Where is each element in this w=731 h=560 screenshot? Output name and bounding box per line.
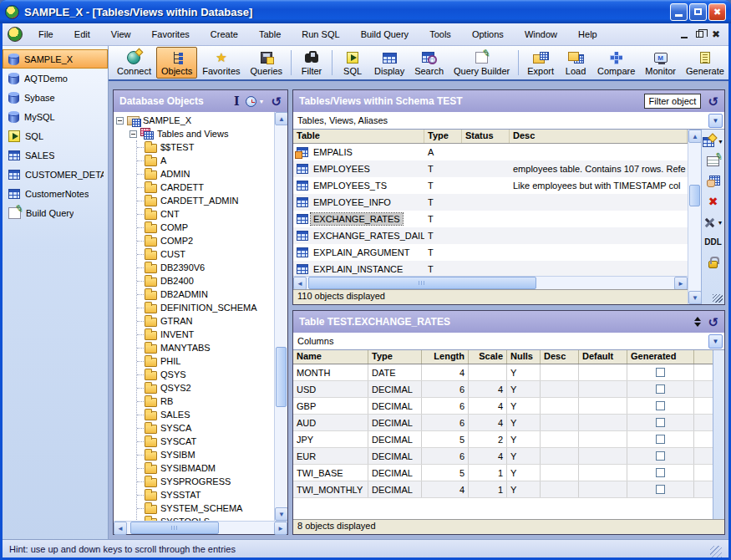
objects-vertical-scrollbar[interactable]: ▲ ▼ xyxy=(688,130,701,304)
tree-schema-folder[interactable]: SYSTEM_SCHEMA xyxy=(137,501,274,515)
scroll-down-icon[interactable]: ▼ xyxy=(275,507,287,521)
menu-item[interactable]: Edit xyxy=(65,27,99,42)
column-row[interactable]: USD DECIMAL 6 4 Y xyxy=(293,381,713,398)
scroll-up-icon[interactable]: ▲ xyxy=(275,112,287,125)
object-action-button[interactable] xyxy=(707,156,719,166)
tree-schema-folder[interactable]: ADMIN xyxy=(137,167,274,181)
tree-schema-folder[interactable]: COMP xyxy=(137,221,274,234)
tree-schema-folder[interactable]: QSYS xyxy=(137,368,274,381)
sidebar-item[interactable]: CUSTOMER_DETAIL xyxy=(3,165,108,184)
object-action-button[interactable]: DDL xyxy=(704,237,722,247)
tree-schema-folder[interactable]: SYSIBM xyxy=(137,448,274,461)
tree-schema-folder[interactable]: SYSIBMADM xyxy=(137,461,274,475)
tree-schema-folder[interactable]: CARDETT_ADMIN xyxy=(137,194,274,207)
tree-schema-folder[interactable]: COMP2 xyxy=(137,234,274,247)
object-type-combo[interactable]: Tables, Views, Aliases ▼ xyxy=(293,112,724,130)
table-row[interactable]: EMPLOYEES_TS T Like employees but with T… xyxy=(293,177,688,194)
table-row[interactable]: EXPLAIN_INSTANCE T xyxy=(293,261,688,276)
tree-schema-folder[interactable]: DB2ADMIN xyxy=(137,288,274,301)
column-header-desc[interactable]: Desc xyxy=(510,130,688,143)
tree-schema-folder[interactable]: CARDETT xyxy=(137,181,274,194)
tree-schema-folder[interactable]: GTRAN xyxy=(137,314,274,328)
sidebar-item[interactable]: Build Query xyxy=(3,203,108,222)
table-row[interactable]: EXCHANGE_RATES_DAILY T xyxy=(293,227,688,244)
object-action-button[interactable]: ▼ xyxy=(703,216,723,228)
window-resize-grip[interactable] xyxy=(710,546,722,557)
column-row[interactable]: TWI_BASE DECIMAL 5 1 Y xyxy=(293,465,713,481)
column-header-default[interactable]: Default xyxy=(579,350,627,364)
tree-schema-folder[interactable]: PHIL xyxy=(137,354,274,368)
tree-schema-folder[interactable]: SYSCA xyxy=(137,421,274,435)
refresh-objects-icon[interactable] xyxy=(708,95,718,108)
scroll-left-icon[interactable]: ◄ xyxy=(114,522,127,535)
menu-item[interactable]: Window xyxy=(515,27,566,42)
tree-horizontal-scrollbar[interactable]: ◄ ► xyxy=(114,521,287,534)
toolbar-button[interactable]: Connect xyxy=(112,47,156,79)
column-row[interactable]: GBP DECIMAL 6 4 Y xyxy=(293,398,713,415)
tree-schema-folder[interactable]: MANYTABS xyxy=(137,341,274,354)
menu-item[interactable]: Help xyxy=(569,27,607,42)
scroll-up-icon[interactable]: ▲ xyxy=(688,130,702,143)
sidebar-item[interactable]: Sybase xyxy=(3,88,108,107)
table-row[interactable]: EMPALIS A xyxy=(293,144,688,160)
column-row[interactable]: TWI_MONTHLY DECIMAL 4 1 Y xyxy=(293,481,713,498)
tree-schema-folder[interactable]: SYSPROGRESS xyxy=(137,475,274,488)
tree-schema-folder[interactable]: CNT xyxy=(137,207,274,221)
mdi-minimize-icon[interactable] xyxy=(681,37,688,38)
tree-group-row[interactable]: Tables and Views xyxy=(129,127,274,140)
toolbar-button[interactable]: Query Builder xyxy=(449,47,515,79)
menu-item[interactable]: Run SQL xyxy=(292,27,348,42)
refresh-tree-icon[interactable] xyxy=(271,95,282,108)
scroll-left-icon[interactable]: ◄ xyxy=(293,277,307,290)
generated-checkbox[interactable] xyxy=(656,368,665,377)
sidebar-item[interactable]: MySQL xyxy=(3,107,108,126)
column-header-scale[interactable]: Scale xyxy=(469,350,507,364)
object-action-button[interactable]: ▼ xyxy=(703,136,723,147)
tree-root-row[interactable]: SAMPLE_X xyxy=(116,114,274,127)
toolbar-button[interactable]: Generate xyxy=(681,47,729,79)
tree-schema-folder[interactable]: INVENT xyxy=(137,328,274,341)
generated-checkbox[interactable] xyxy=(656,485,665,494)
table-row[interactable]: EXCHANGE_RATES T xyxy=(293,211,688,227)
close-button[interactable]: ✖ xyxy=(708,3,726,21)
object-action-button[interactable] xyxy=(707,176,720,186)
toolbar-button[interactable]: Monitor xyxy=(640,47,681,79)
tree-schema-folder[interactable]: DB2400 xyxy=(137,274,274,288)
object-action-button[interactable] xyxy=(707,196,719,207)
column-row[interactable]: EUR DECIMAL 6 4 Y xyxy=(293,448,713,465)
column-header-length[interactable]: Length xyxy=(422,350,469,364)
toolbar-button[interactable]: Search xyxy=(409,47,449,79)
table-row[interactable]: EXPLAIN_ARGUMENT T xyxy=(293,244,688,261)
menu-item[interactable]: Table xyxy=(250,27,290,42)
generated-checkbox[interactable] xyxy=(656,468,665,477)
objects-horizontal-scrollbar[interactable]: ◄ ► xyxy=(293,276,688,289)
mdi-child-icon[interactable] xyxy=(8,27,23,42)
toolbar-button[interactable]: Display xyxy=(369,47,409,79)
sidebar-item[interactable]: CustomerNotes xyxy=(3,184,108,203)
scroll-down-icon[interactable]: ▼ xyxy=(688,291,702,304)
tree-schema-folder[interactable]: SYSTOOLS xyxy=(137,515,274,521)
tree-vertical-scrollbar[interactable]: ▲ ▼ xyxy=(274,112,287,521)
column-row[interactable]: AUD DECIMAL 6 4 Y xyxy=(293,415,713,431)
tree-schema-folder[interactable]: DEFINITION_SCHEMA xyxy=(137,301,274,314)
toolbar-button[interactable]: Favorites xyxy=(197,47,245,79)
toolbar-button[interactable]: Export xyxy=(522,47,559,79)
collapse-panel-icon[interactable]: I xyxy=(234,95,240,107)
toolbar-button[interactable]: Queries xyxy=(246,47,288,79)
toolbar-button[interactable]: Filter xyxy=(295,47,328,79)
menu-item[interactable]: Build Query xyxy=(352,27,418,42)
generated-checkbox[interactable] xyxy=(656,451,665,461)
combo-dropdown-icon[interactable]: ▼ xyxy=(708,114,723,128)
toolbar-button[interactable]: Compare xyxy=(592,47,640,79)
toolbar-button[interactable]: SQL xyxy=(336,47,369,79)
table-row[interactable]: EMPLOYEE_INFO T xyxy=(293,194,688,211)
history-clock-icon[interactable]: ▼ xyxy=(246,96,264,107)
tree-schema-folder[interactable]: DB2390V6 xyxy=(137,261,274,274)
column-header-name[interactable]: Name xyxy=(293,350,368,364)
scroll-right-icon[interactable]: ► xyxy=(274,522,287,535)
tree-schema-folder[interactable]: A xyxy=(137,154,274,167)
sidebar-item[interactable]: SALES xyxy=(3,145,108,165)
menu-item[interactable]: View xyxy=(102,27,140,42)
tree-schema-folder[interactable]: SALES xyxy=(137,408,274,421)
column-header-generated[interactable]: Generated xyxy=(627,350,694,364)
